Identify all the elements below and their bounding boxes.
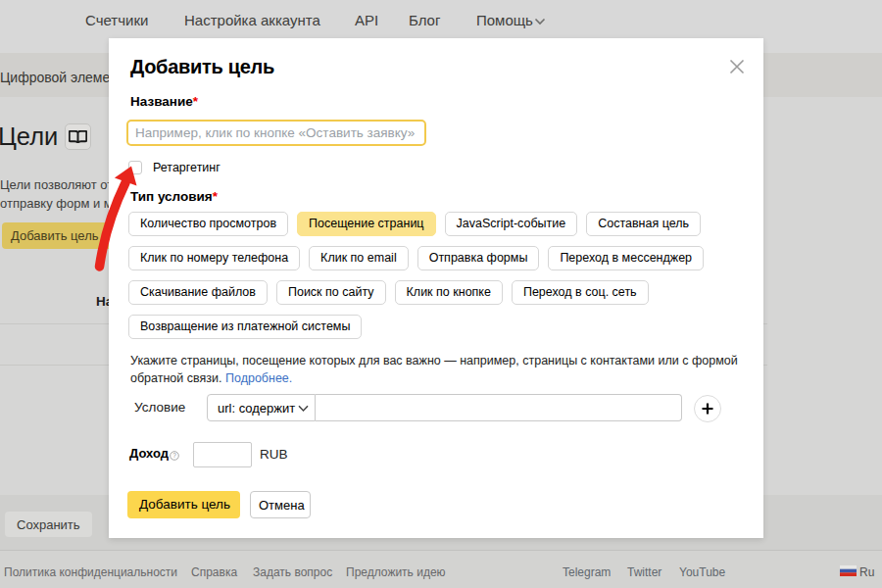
svg-text:?: ? xyxy=(172,452,176,459)
